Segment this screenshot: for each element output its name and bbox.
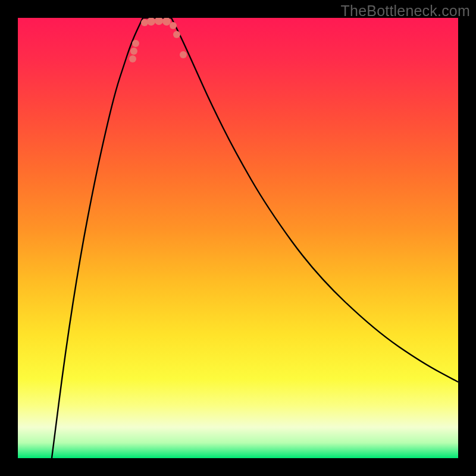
plot-area (18, 18, 458, 458)
marker-dot (141, 19, 148, 26)
marker-dot (129, 55, 136, 62)
right-curve (171, 18, 458, 382)
watermark-text: TheBottleneck.com (341, 2, 470, 20)
marker-dot (170, 22, 177, 29)
marker-dot (173, 31, 180, 38)
marker-dots (129, 18, 187, 62)
marker-dot (130, 48, 137, 55)
curves-layer (18, 18, 458, 458)
marker-dot (132, 40, 139, 47)
left-curve (52, 18, 143, 458)
marker-dot (155, 18, 163, 25)
marker-dot (180, 51, 187, 58)
marker-dot (147, 18, 155, 26)
marker-dot (162, 18, 171, 26)
chart-frame: TheBottleneck.com (0, 0, 476, 476)
